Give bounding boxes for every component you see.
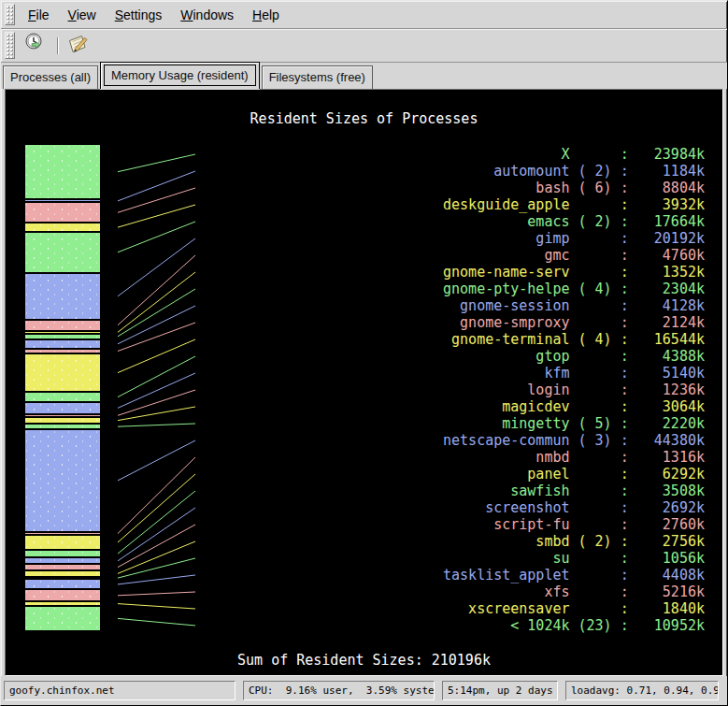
memory-usage-chart-panel: Resident Sizes of Processes X : 23984k a… xyxy=(5,89,723,676)
process-row: gnome-smproxy : 2124k xyxy=(443,314,705,331)
bar-segment--1024k xyxy=(25,606,100,631)
process-row: mingetty ( 5) : 2220k xyxy=(443,415,705,432)
menu-item-file[interactable]: File xyxy=(21,4,57,26)
bar-segment-gimp xyxy=(25,273,100,320)
process-row: emacs ( 2) : 17664k xyxy=(443,213,705,230)
tab-memory-usage-resident[interactable]: Memory Usage (resident) xyxy=(100,62,260,89)
bar-segment-emacs xyxy=(25,232,100,273)
process-row: gnome-terminal ( 4) : 16544k xyxy=(443,331,705,348)
tab-label: Memory Usage (resident) xyxy=(104,65,256,86)
menu-item-settings[interactable]: Settings xyxy=(107,4,170,26)
process-row: gnome-pty-helpe ( 4) : 2304k xyxy=(443,281,705,297)
menu-item-windows[interactable]: Windows xyxy=(173,4,241,26)
process-row: automount ( 2) : 1184k xyxy=(443,163,705,180)
tab-filesystems-free[interactable]: Filesystems (free) xyxy=(262,65,373,89)
bar-segment-gtop xyxy=(25,392,100,402)
process-row: gmc : 4760k xyxy=(443,247,705,264)
bar-segment-gnome-terminal xyxy=(25,353,100,392)
cpu-status: CPU: 9.16% user, 3.59% system xyxy=(243,681,435,700)
process-row: deskguide_apple : 3932k xyxy=(443,196,705,213)
process-row: tasklist_applet : 4408k xyxy=(443,567,705,584)
bar-segment-magicdev xyxy=(25,417,100,425)
tab-processes-all[interactable]: Processes (all) xyxy=(3,65,98,89)
process-row: su : 1056k xyxy=(443,550,705,567)
stacked-memory-bar xyxy=(25,144,100,631)
process-row: login : 1236k xyxy=(443,382,705,398)
clock-forward-button[interactable] xyxy=(21,33,50,59)
toolbar-grip-handle[interactable] xyxy=(5,32,15,59)
bar-segment-gnome-session xyxy=(25,339,100,349)
process-row: smbd ( 2) : 2756k xyxy=(443,533,705,550)
process-row: magicdev : 3064k xyxy=(443,398,705,415)
hostname-status: goofy.chinfox.net xyxy=(4,681,236,700)
menu-item-view[interactable]: View xyxy=(61,4,104,26)
sum-of-resident-sizes: Sum of Resident Sizes: 210196k xyxy=(6,652,722,669)
process-row: script-fu : 2760k xyxy=(443,516,705,533)
process-row: gtop : 4388k xyxy=(443,348,705,365)
edit-note-icon xyxy=(65,32,90,60)
process-row: X : 23984k xyxy=(443,146,705,163)
bar-segment-netscape-commun xyxy=(25,429,100,532)
loadavg-status: loadavg: 0.71, 0.94, 0.98 xyxy=(565,681,719,700)
uptime-status: 5:14pm, up 2 days xyxy=(442,681,558,700)
bar-segment-bash xyxy=(25,202,100,223)
process-row: netscape-commun ( 3) : 44380k xyxy=(443,432,705,449)
bar-segment-panel xyxy=(25,535,100,550)
process-row: gnome-session : 4128k xyxy=(443,297,705,314)
process-row: < 1024k (23) : 10952k xyxy=(443,617,705,634)
toolbar xyxy=(1,29,727,63)
menubar-items: FileViewSettingsWindowsHelp xyxy=(17,4,287,26)
process-row: screenshot : 2692k xyxy=(443,499,705,516)
process-row: bash ( 6) : 8804k xyxy=(443,180,705,196)
bar-segment-sawfish xyxy=(25,550,100,558)
tab-label: Processes (all) xyxy=(4,66,97,89)
menu-item-help[interactable]: Help xyxy=(245,4,287,26)
process-row: gimp : 20192k xyxy=(443,230,705,247)
process-row: nmbd : 1316k xyxy=(443,449,705,466)
bar-segment-screenshot xyxy=(25,557,100,564)
bar-segment-script-fu xyxy=(25,564,100,570)
edit-note-button[interactable] xyxy=(64,33,92,59)
process-row: gnome-name-serv : 1352k xyxy=(443,264,705,281)
bar-segment-smbd xyxy=(25,570,100,577)
menu-bar: FileViewSettingsWindowsHelp xyxy=(1,1,727,29)
bar-segment-deskguide_apple xyxy=(25,223,100,232)
process-row: kfm : 5140k xyxy=(443,365,705,382)
tab-row: Processes (all)Memory Usage (resident)Fi… xyxy=(1,63,727,89)
toolbar-separator xyxy=(57,37,59,54)
bar-segment-X xyxy=(25,144,100,199)
bar-segment-tasklist_applet xyxy=(25,579,100,589)
gtop-window: FileViewSettingsWindowsHelp xyxy=(0,0,728,706)
process-row: sawfish : 3508k xyxy=(443,483,705,499)
process-row: panel : 6292k xyxy=(443,466,705,483)
bar-segment-gmc xyxy=(25,320,100,331)
bar-segment-kfm xyxy=(25,402,100,414)
process-list: X : 23984k automount ( 2) : 1184k bash (… xyxy=(443,146,705,634)
status-bar: goofy.chinfox.net CPU: 9.16% user, 3.59%… xyxy=(1,676,727,705)
bar-segment-xfs xyxy=(25,589,100,601)
menubar-grip-handle[interactable] xyxy=(5,4,15,25)
process-row: xscreensaver : 1840k xyxy=(443,600,705,617)
tab-label: Filesystems (free) xyxy=(263,66,372,89)
process-row: xfs : 5216k xyxy=(443,584,705,600)
clock-forward-icon xyxy=(23,32,48,60)
